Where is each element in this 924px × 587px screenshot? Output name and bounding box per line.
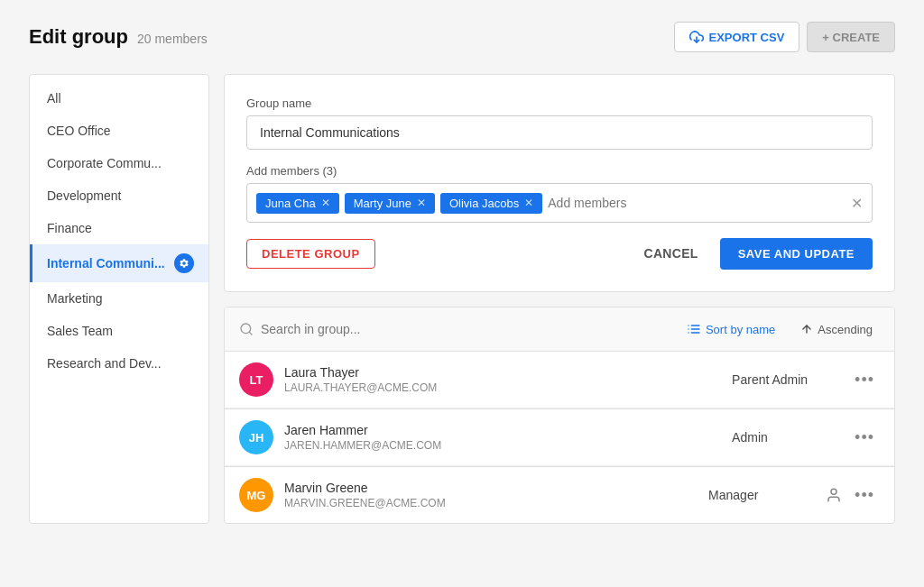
header-actions: EXPORT CSV + CREATE [674,22,895,52]
sidebar-item-corp[interactable]: Corporate Commu... [30,147,208,179]
remove-olivia-button[interactable]: ✕ [524,197,533,209]
avatar: JH [239,420,273,454]
search-group-input[interactable] [261,322,669,336]
page-container: Edit group 20 members EXPORT CSV + CREAT… [0,0,924,587]
sort-label: Sort by name [706,323,775,336]
export-label: EXPORT CSV [709,31,785,44]
member-actions: ••• [849,369,880,391]
sidebar: All CEO Office Corporate Commu... Develo… [29,74,209,524]
sidebar-item-marketing[interactable]: Marketing [30,282,208,315]
page-header: Edit group 20 members EXPORT CSV + CREAT… [29,22,895,52]
sidebar-item-ceo[interactable]: CEO Office [30,115,208,147]
create-label: + CREATE [822,31,880,44]
member-role: Admin [732,430,849,445]
member-role: Parent Admin [732,372,849,387]
avatar: LT [239,362,273,397]
members-clear-button[interactable]: ✕ [851,195,863,212]
add-members-field: Add members (3) Juna Cha ✕ Marty June ✕ … [246,164,873,223]
search-area [239,322,669,336]
group-name-field: Group name [246,96,873,150]
sort-button[interactable]: Sort by name [679,318,782,340]
member-name: Marvin Greene [284,481,708,495]
right-actions: CANCEL SAVE AND UPDATE [630,237,873,270]
member-more-button[interactable]: ••• [849,484,880,507]
member-actions: ••• [826,484,880,507]
title-group: Edit group 20 members [29,25,208,49]
cancel-button[interactable]: CANCEL [630,237,713,270]
person-icon [826,487,842,503]
member-info: Jaren Hammer JAREN.HAMMER@ACME.COM [284,423,732,452]
save-update-button[interactable]: SAVE AND UPDATE [720,238,873,270]
add-members-label: Add members (3) [246,164,873,178]
gear-icon[interactable] [174,253,194,273]
action-row: DELETE GROUP CANCEL SAVE AND UPDATE [246,237,873,270]
member-role: Manager [708,488,826,502]
sidebar-item-finance[interactable]: Finance [30,212,208,244]
member-count: 20 members [137,32,208,46]
svg-line-2 [249,332,252,335]
table-row: MG Marvin Greene MARVIN.GREENE@ACME.COM … [225,467,894,523]
group-name-input[interactable] [246,115,873,150]
members-input-container[interactable]: Juna Cha ✕ Marty June ✕ Olivia Jacobs ✕ [246,183,873,223]
sidebar-item-internal[interactable]: Internal Communi... [30,244,208,282]
delete-group-button[interactable]: DELETE GROUP [246,239,375,269]
ascending-icon [800,323,813,335]
member-info: Laura Thayer LAURA.THAYER@ACME.COM [284,365,732,394]
member-name: Laura Thayer [284,365,732,380]
member-email: LAURA.THAYER@ACME.COM [284,381,732,394]
member-more-button[interactable]: ••• [849,369,880,391]
list-toolbar: Sort by name Ascending [225,307,894,352]
main-layout: All CEO Office Corporate Commu... Develo… [29,74,895,524]
sidebar-item-dev[interactable]: Development [30,179,208,212]
table-row: LT Laura Thayer LAURA.THAYER@ACME.COM Pa… [225,352,894,408]
member-tag-juna: Juna Cha ✕ [256,193,339,214]
sidebar-item-all[interactable]: All [30,82,208,115]
sidebar-item-research[interactable]: Research and Dev... [30,347,208,380]
member-name: Jaren Hammer [284,423,732,437]
member-info: Marvin Greene MARVIN.GREENE@ACME.COM [284,481,708,509]
member-tag-olivia: Olivia Jacobs ✕ [440,193,542,214]
member-email: JAREN.HAMMER@ACME.COM [284,439,732,452]
table-row: JH Jaren Hammer JAREN.HAMMER@ACME.COM Ad… [225,409,894,466]
create-button[interactable]: + CREATE [807,22,895,52]
ascending-button[interactable]: Ascending [793,319,880,340]
remove-marty-button[interactable]: ✕ [417,197,426,209]
group-name-label: Group name [246,96,873,110]
member-email: MARVIN.GREENE@ACME.COM [284,497,708,509]
avatar: MG [239,478,273,512]
remove-juna-button[interactable]: ✕ [321,197,330,209]
upload-icon [689,30,704,44]
svg-point-10 [831,489,836,494]
edit-panel: Group name Add members (3) Juna Cha ✕ Ma… [224,74,895,292]
search-icon [239,322,254,336]
export-csv-button[interactable]: EXPORT CSV [674,22,800,52]
members-list-panel: Sort by name Ascending LT Laura Thayer [224,307,895,524]
member-actions: ••• [849,426,880,449]
sidebar-item-sales[interactable]: Sales Team [30,315,208,347]
asc-label: Ascending [818,323,873,336]
sort-icon [687,322,701,336]
member-tag-marty: Marty June ✕ [345,193,435,214]
content-area: Group name Add members (3) Juna Cha ✕ Ma… [224,74,895,524]
member-more-button[interactable]: ••• [849,426,880,449]
page-title: Edit group [29,25,128,49]
members-search-input[interactable] [548,196,845,210]
